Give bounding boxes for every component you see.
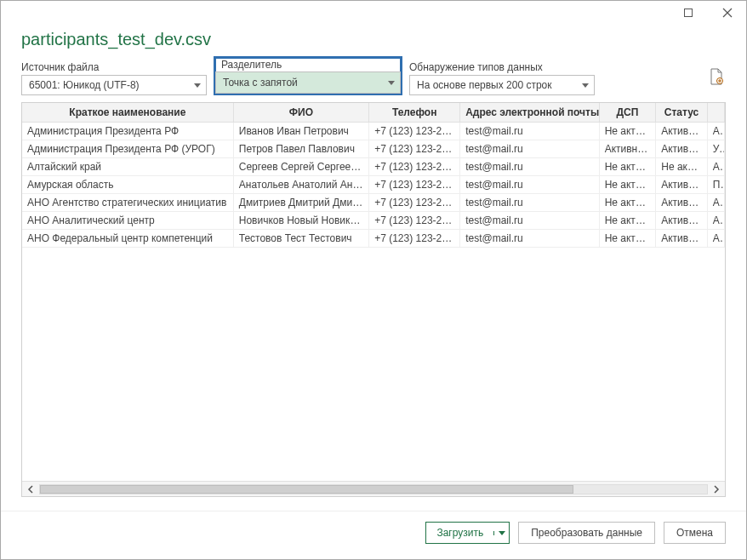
col-header-extra[interactable]	[707, 103, 724, 123]
maximize-icon	[683, 8, 693, 18]
cell-mail: test@mail.ru	[460, 212, 599, 230]
chevron-down-icon	[582, 83, 589, 88]
cancel-button-label: Отмена	[676, 527, 713, 539]
col-header-tel[interactable]: Телефон	[369, 103, 460, 123]
cell-status: Активный	[656, 212, 708, 230]
preview-table-wrap: Краткое наименование ФИО Телефон Адрес э…	[21, 102, 726, 497]
cell-name: Администрация Президента РФ	[22, 123, 233, 140]
cell-mail: test@mail.ru	[460, 176, 599, 194]
delimiter-value: Точка с запятой	[223, 77, 298, 89]
cell-fio: Анатольев Анатолий Анатольевич	[233, 176, 368, 194]
cell-dsp: Не активен	[599, 158, 656, 176]
col-header-mail[interactable]: Адрес электронной почты	[460, 103, 599, 123]
cell-name: Администрация Президента РФ (УРОГ)	[22, 140, 233, 158]
maximize-button[interactable]	[676, 4, 700, 21]
col-header-fio[interactable]: ФИО	[233, 103, 368, 123]
cell-dsp: Не активен	[599, 230, 656, 248]
file-title: participants_test_dev.csv	[21, 30, 726, 49]
cancel-button[interactable]: Отмена	[664, 522, 726, 544]
cell-extra: Ад	[707, 123, 724, 140]
detect-block: Обнаружение типов данных На основе первы…	[409, 61, 595, 95]
cell-status: Не активен	[656, 158, 708, 176]
source-label: Источник файла	[21, 61, 207, 73]
cell-mail: test@mail.ru	[460, 158, 599, 176]
cell-mail: test@mail.ru	[460, 230, 599, 248]
cell-tel: +7 (123) 123-23-23	[369, 123, 460, 140]
table-row[interactable]: АНО Аналитический центрНовичков Новый Но…	[22, 212, 725, 230]
cell-name: АНО Федеральный центр компетенций	[22, 230, 233, 248]
cell-tel: +7 (123) 123-23-24	[369, 140, 460, 158]
cell-fio: Иванов Иван Петрович	[233, 123, 368, 140]
detect-label: Обнаружение типов данных	[409, 61, 595, 73]
cell-extra: АН	[707, 212, 724, 230]
cell-tel: +7 (123) 123-23-23	[369, 194, 460, 212]
cell-tel: +7 (123) 123-23-23	[369, 158, 460, 176]
chevron-down-icon	[388, 81, 395, 85]
col-header-status[interactable]: Статус	[656, 103, 708, 123]
close-icon	[722, 8, 733, 18]
cell-status: Активный	[656, 140, 708, 158]
document-settings-button[interactable]	[709, 68, 726, 87]
cell-tel: +7 (123) 123-23-23	[369, 176, 460, 194]
cell-dsp: Не активен	[599, 212, 656, 230]
cell-extra: АН	[707, 194, 724, 212]
cell-extra: Пр	[707, 176, 724, 194]
scroll-thumb[interactable]	[40, 485, 573, 494]
table-row[interactable]: АНО Агентство стратегических инициативДм…	[22, 194, 725, 212]
load-button-dropdown[interactable]	[493, 531, 509, 535]
table-row[interactable]: АНО Федеральный центр компетенцийТестово…	[22, 230, 725, 248]
cell-name: АНО Аналитический центр	[22, 212, 233, 230]
cell-extra: Уп	[707, 140, 724, 158]
dialog-content: participants_test_dev.csv Источник файла…	[1, 25, 746, 511]
cell-name: Алтайский край	[22, 158, 233, 176]
cell-name: Амурская область	[22, 176, 233, 194]
source-combo[interactable]: 65001: Юникод (UTF-8)	[21, 75, 207, 95]
chevron-down-icon	[499, 531, 505, 535]
cell-fio: Дмитриев Дмитрий Дмитриевич	[233, 194, 368, 212]
cell-status: Активный	[656, 123, 708, 140]
col-header-name[interactable]: Краткое наименование	[22, 103, 233, 123]
delimiter-highlight: Разделитель Точка с запятой	[214, 56, 402, 95]
cell-mail: test@mail.ru	[460, 123, 599, 140]
svg-rect-0	[685, 9, 693, 17]
detect-value: На основе первых 200 строк	[417, 79, 552, 91]
cell-tel: +7 (123) 123-23-23	[369, 212, 460, 230]
table-row[interactable]: Алтайский крайСергеев Сергей Сергеевич+7…	[22, 158, 725, 176]
preview-table: Краткое наименование ФИО Телефон Адрес э…	[22, 103, 725, 248]
cell-dsp: Активный	[599, 140, 656, 158]
transform-button-label: Преобразовать данные	[531, 527, 642, 539]
scroll-track[interactable]	[39, 484, 708, 494]
source-block: Источник файла 65001: Юникод (UTF-8)	[21, 61, 207, 95]
load-button[interactable]: Загрузить	[425, 522, 510, 544]
cell-fio: Сергеев Сергей Сергеевич	[233, 158, 368, 176]
scroll-right-icon[interactable]	[710, 483, 723, 495]
detect-combo[interactable]: На основе первых 200 строк	[409, 75, 595, 95]
cell-fio: Тестовов Тест Тестович	[233, 230, 368, 248]
close-button[interactable]	[716, 4, 739, 21]
titlebar	[1, 1, 746, 25]
table-header-row: Краткое наименование ФИО Телефон Адрес э…	[22, 103, 725, 123]
cell-fio: Новичков Новый Новикович	[233, 212, 368, 230]
chevron-down-icon	[194, 83, 201, 88]
cell-dsp: Не активен	[599, 194, 656, 212]
dialog-window: participants_test_dev.csv Источник файла…	[0, 0, 747, 560]
cell-mail: test@mail.ru	[460, 140, 599, 158]
cell-fio: Петров Павел Павлович	[233, 140, 368, 158]
cell-tel: +7 (123) 123-23-23	[369, 230, 460, 248]
delimiter-label: Разделитель	[216, 59, 400, 71]
horizontal-scrollbar[interactable]	[22, 481, 725, 496]
table-row[interactable]: Амурская областьАнатольев Анатолий Анато…	[22, 176, 725, 194]
col-header-dsp[interactable]: ДСП	[599, 103, 656, 123]
table-row[interactable]: Администрация Президента РФИванов Иван П…	[22, 123, 725, 140]
cell-status: Активный	[656, 230, 708, 248]
document-icon	[709, 68, 724, 85]
table-row[interactable]: Администрация Президента РФ (УРОГ)Петров…	[22, 140, 725, 158]
dialog-footer: Загрузить Преобразовать данные Отмена	[1, 511, 746, 559]
cell-mail: test@mail.ru	[460, 194, 599, 212]
transform-button[interactable]: Преобразовать данные	[518, 522, 655, 544]
cell-name: АНО Агентство стратегических инициатив	[22, 194, 233, 212]
scroll-left-icon[interactable]	[24, 483, 37, 495]
cell-status: Активный	[656, 176, 708, 194]
delimiter-combo[interactable]: Точка с запятой	[215, 71, 401, 94]
source-value: 65001: Юникод (UTF-8)	[29, 79, 140, 91]
